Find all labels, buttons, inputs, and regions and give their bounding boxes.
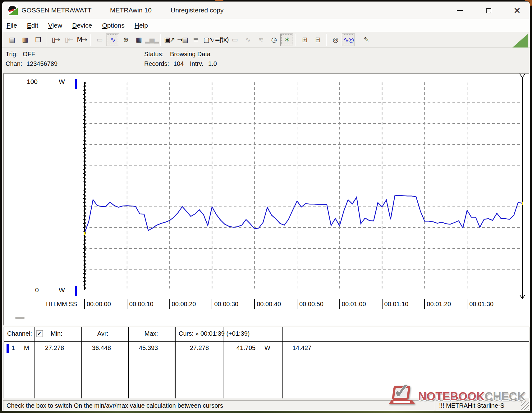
watermark-notebook-text: NOTEBOOK: [418, 390, 485, 403]
header-avr: Avr:: [97, 330, 108, 337]
x-tick-label: 00:00:30: [214, 301, 238, 308]
cell-min-value: 27.278: [45, 344, 64, 352]
title-app: METRAwin 10: [110, 7, 152, 14]
notebookcheck-laptop-icon: ✓: [388, 384, 416, 409]
channel-list-button[interactable]: ≡: [189, 34, 202, 46]
trend-view-button[interactable]: ∿: [106, 34, 119, 46]
open-file-button[interactable]: ❐: [31, 34, 44, 46]
y-axis-unit-top: W: [59, 78, 65, 85]
records-label: Records:: [144, 60, 169, 67]
notebookcheck-watermark: ✓ NOTEBOOK CHECK: [388, 384, 525, 409]
y-axis-unit-bottom: W: [59, 286, 65, 294]
channel1-axis-marker-top: [75, 79, 77, 89]
x-tick-label: 00:01:00: [342, 301, 366, 308]
x-tick-mark: [212, 299, 212, 309]
interval-value: 1.0: [208, 60, 217, 67]
toolbar-separator: [357, 34, 357, 46]
time-axis-format-label: HH:MM:SS: [46, 301, 77, 308]
analog-wave-button[interactable]: ∿: [241, 34, 254, 46]
formula-button[interactable]: =ƒ(x): [215, 34, 228, 46]
annotation-button[interactable]: ✎: [360, 34, 373, 46]
save-as-button[interactable]: ▥: [18, 34, 31, 46]
header-min: Min:: [51, 330, 62, 337]
app-window: GOSSEN METRAWATT METRAwin 10 Unregistere…: [2, 1, 530, 411]
x-tick-label: 00:00:10: [129, 301, 154, 308]
statusbar-hint: Check the box to switch On the min/avr/m…: [3, 400, 434, 411]
minmax-checkbox[interactable]: ✓: [36, 330, 43, 337]
x-tick-mark: [169, 299, 170, 309]
records-value: 104: [173, 60, 184, 67]
zoom-curve-button[interactable]: ∿◎: [342, 34, 355, 46]
table-view-button[interactable]: ▦: [132, 34, 145, 46]
sample-rate-button[interactable]: ≋: [254, 34, 267, 46]
x-tick-mark: [254, 299, 255, 309]
x-tick-label: 00:00:50: [299, 301, 323, 308]
status-label: Status:: [144, 51, 163, 58]
menu-help[interactable]: Help: [135, 22, 148, 29]
read-device-button[interactable]: ▯→: [49, 34, 62, 46]
save-data-button[interactable]: ▤: [5, 34, 18, 46]
maximize-button[interactable]: [481, 3, 496, 18]
header-channel: Channel:: [7, 330, 32, 337]
menu-options[interactable]: Options: [102, 22, 124, 29]
channel1-color-bar: [7, 344, 9, 353]
histogram-view-button[interactable]: ▂▅▂: [145, 34, 158, 46]
chan-label: Chan:: [6, 60, 22, 67]
x-tick-mark: [382, 299, 383, 309]
menu-edit[interactable]: Edit: [27, 22, 38, 29]
x-tick-label: 00:00:20: [172, 301, 196, 308]
trend-chart[interactable]: [80, 80, 524, 291]
header-max: Max:: [144, 330, 158, 337]
cell-cursor2-unit: W: [264, 344, 270, 352]
resize-corner-triangle: [512, 34, 528, 48]
time-clock-button[interactable]: ◷: [267, 34, 280, 46]
cell-channel-mode: M: [24, 344, 29, 352]
scope-view-button[interactable]: ⊕: [119, 34, 132, 46]
x-tick-mark: [339, 299, 340, 309]
digital-display-button[interactable]: ▭: [228, 34, 241, 46]
cell-avr-value: 36.448: [92, 344, 111, 352]
horizontal-scrollbar-thumb[interactable]: [15, 317, 25, 319]
title-license: Unregistered copy: [171, 7, 223, 14]
toolbar-separator: [90, 34, 91, 46]
log-to-disk-button[interactable]: →▤: [176, 34, 189, 46]
toolbar-separator: [326, 34, 327, 46]
x-tick-label: 00:01:30: [469, 301, 493, 308]
x-tick-label: 00:00:00: [87, 301, 111, 308]
menu-view[interactable]: View: [48, 22, 62, 29]
toolbar-separator: [160, 34, 161, 46]
x-tick-mark: [127, 299, 127, 309]
x-tick-mark: [467, 299, 467, 309]
display-panel-button[interactable]: ▭: [93, 34, 106, 46]
print-preview-button[interactable]: ⊞: [298, 34, 311, 46]
status-value: Browsing Data: [170, 51, 210, 58]
x-tick-mark: [297, 299, 297, 309]
y-axis-min-label: 0: [35, 286, 39, 294]
interval-label: Intrv.: [190, 60, 203, 67]
minimize-button[interactable]: [453, 3, 467, 18]
menu-file[interactable]: File: [7, 22, 17, 29]
trig-label: Trig:: [6, 51, 18, 58]
gossen-metrawatt-logo-icon: [8, 5, 18, 15]
menu-bar: File Edit View Device Options Help: [2, 19, 530, 32]
x-tick-label: 00:01:10: [384, 301, 409, 308]
chan-value: 123456789: [26, 60, 57, 67]
y-axis-max-label: 100: [27, 78, 38, 85]
write-device-button[interactable]: ▯←: [62, 34, 75, 46]
monitor-view-button[interactable]: ▢∿: [202, 34, 215, 46]
zoom-time-button[interactable]: ◎: [329, 34, 342, 46]
header-cursor: Curs: » 00:01:39 (+01:39): [179, 330, 250, 337]
toolbar-separator: [47, 34, 47, 46]
live-mode-button[interactable]: ✶: [280, 34, 293, 46]
watermark-check-text: CHECK: [484, 390, 525, 403]
x-tick-label: 00:00:40: [257, 301, 281, 308]
x-tick-mark: [84, 299, 85, 309]
export-data-button[interactable]: ▣↗: [163, 34, 176, 46]
status-panel: Trig: OFF Chan: 123456789 Status: Browsi…: [2, 48, 530, 72]
cell-channel-number: 1: [11, 344, 15, 352]
print-button[interactable]: ⊟: [311, 34, 324, 46]
read-memory-button[interactable]: M→: [75, 34, 88, 46]
close-button[interactable]: ✕: [510, 3, 524, 18]
x-tick-label: 00:01:20: [427, 301, 451, 308]
menu-device[interactable]: Device: [72, 22, 92, 29]
